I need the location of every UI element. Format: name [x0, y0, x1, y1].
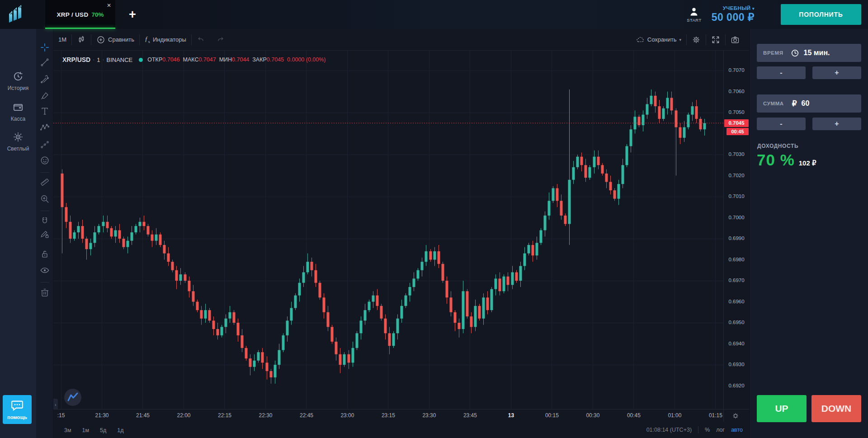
ohlc-value: 0.7045 [267, 57, 284, 63]
price-tick-label: 0.6930 [724, 362, 749, 367]
redo-button[interactable] [211, 33, 230, 46]
time-tick-label: 21:30 [92, 412, 112, 419]
interval-button[interactable]: 1М [53, 33, 71, 46]
payout-label: ДОХОДНОСТЬ [757, 143, 798, 149]
sidebar-item-label: Светлый [0, 146, 36, 152]
candlestick-chart[interactable]: XRP/USD · 1 · BINANCE ОТКР0.7046МАКС0.70… [53, 51, 723, 409]
draw-tool-trend-line[interactable] [40, 57, 50, 67]
price-tick-label: 0.7050 [724, 109, 749, 115]
range-button-1д[interactable]: 1д [117, 427, 123, 433]
legend-exchange: BINANCE [106, 57, 132, 63]
draw-tool-trash[interactable] [40, 287, 50, 297]
fullscreen-button[interactable] [706, 33, 725, 46]
amount-field[interactable]: СУММА ₽ 60 [757, 94, 861, 113]
time-minus-button[interactable]: - [757, 66, 806, 79]
redo-icon [216, 35, 225, 44]
session-clock[interactable]: 01:08:14 (UTC+3) [646, 427, 692, 433]
candles-icon [77, 35, 86, 44]
save-label: Сохранить [647, 36, 677, 43]
ohlc-value: 0.7044 [232, 57, 249, 63]
snapshot-button[interactable] [726, 33, 745, 46]
time-tick-label: 23:45 [460, 412, 480, 419]
draw-tool-text[interactable] [40, 106, 50, 116]
fullscreen-icon [711, 35, 720, 44]
compare-button[interactable]: Сравнить [91, 33, 139, 46]
draw-tool-magnet[interactable] [40, 216, 50, 226]
time-tick-label: 22:00 [174, 412, 193, 419]
amount-plus-button[interactable]: + [812, 118, 861, 130]
collapse-toolbar-handle[interactable]: ‹ [53, 399, 58, 409]
draw-tool-zoom-in[interactable] [40, 194, 50, 204]
axis-settings-button[interactable] [732, 412, 739, 419]
fx-icon: ƒx [145, 35, 150, 44]
sidebar-item-label: История [0, 85, 36, 91]
price-tick-label: 0.6950 [724, 320, 749, 325]
log-scale-button[interactable]: лог [716, 427, 725, 433]
chart-type-button[interactable] [72, 33, 91, 46]
chevron-down-icon: ▾ [752, 6, 755, 11]
top-bar: XRP / USD 70% ✕ + START УЧЕБНЫЙ ▾ 50 000… [0, 0, 868, 29]
sidebar-item-history[interactable]: История [0, 71, 36, 91]
draw-tool-forecast[interactable] [40, 140, 50, 150]
add-tab-button[interactable]: + [129, 9, 136, 21]
tab-close-icon[interactable]: ✕ [107, 3, 111, 8]
draw-tool-ruler[interactable] [40, 177, 50, 187]
price-tick-label: 0.7060 [724, 89, 749, 94]
draw-tool-unlock[interactable] [40, 249, 50, 259]
ohlc-pair: МИН0.7044 [219, 57, 250, 63]
asset-tab[interactable]: XRP / USD 70% ✕ [45, 0, 115, 29]
user-menu[interactable]: START [687, 6, 701, 23]
ohlc-label: МАКС [183, 57, 198, 63]
time-plus-button[interactable]: + [812, 66, 861, 79]
sidebar-item-cashier[interactable]: Касса [0, 101, 36, 122]
ohlc-label: ЗАКР [252, 57, 267, 63]
help-button[interactable]: помощь [3, 395, 32, 424]
legend-symbol: XRP/USD [62, 56, 90, 63]
auto-scale-button[interactable]: авто [731, 427, 743, 433]
draw-tool-emoji[interactable] [40, 155, 50, 165]
time-tick-label: 00:45 [624, 412, 644, 419]
save-layout-button[interactable]: Сохранить ▾ [631, 33, 686, 46]
time-tick-label: :15 [51, 412, 71, 419]
sidebar-item-theme[interactable]: Светлый [0, 131, 36, 152]
ohlc-label: МИН [219, 57, 232, 63]
chart-area: 1М Сравнить ƒx Индикаторы [53, 29, 749, 438]
undo-icon [197, 35, 206, 44]
deposit-button[interactable]: ПОПОЛНИТЬ [781, 4, 861, 25]
percent-scale-button[interactable]: % [705, 427, 710, 433]
indicators-button[interactable]: ƒx Индикаторы [140, 33, 191, 46]
undo-button[interactable] [192, 33, 211, 46]
draw-tool-eye[interactable] [40, 265, 50, 275]
amount-minus-button[interactable]: - [757, 118, 806, 130]
down-button[interactable]: DOWN [811, 395, 861, 422]
range-button-1м[interactable]: 1м [82, 427, 90, 433]
range-button-5д[interactable]: 5д [100, 427, 106, 433]
range-button-3м[interactable]: 3м [64, 427, 71, 433]
ohlc-value: 0.7046 [162, 57, 179, 63]
draw-tool-draw-lock[interactable] [40, 229, 50, 239]
draw-tool-brush[interactable] [40, 91, 50, 101]
chart-settings-button[interactable] [687, 33, 706, 46]
price-axis[interactable]: 0.70700.70600.70500.70400.70300.70200.70… [724, 51, 749, 409]
draw-tool-xabcd-pattern[interactable] [40, 122, 50, 132]
bottom-right-group: 01:08:14 (UTC+3) % лог авто [646, 426, 743, 433]
price-tick-label: 0.6940 [724, 341, 749, 346]
account-block[interactable]: УЧЕБНЫЙ ▾ 50 000 ₽ [712, 5, 755, 24]
ohlc-pair: ЗАКР0.7045 [252, 57, 284, 63]
account-balance: 50 000 ₽ [712, 11, 755, 23]
expiry-countdown-label: 00:45 [726, 128, 749, 135]
chart-canvas [53, 51, 723, 409]
account-type-label: УЧЕБНЫЙ [723, 5, 751, 11]
chat-icon [10, 399, 24, 412]
account-type-dropdown[interactable]: УЧЕБНЫЙ ▾ [712, 5, 755, 11]
time-axis[interactable]: :1521:3021:4522:0022:1522:3022:4523:0023… [53, 409, 749, 422]
legend-separator: · [102, 57, 104, 63]
time-tick-label: 22:30 [255, 412, 275, 419]
up-button[interactable]: UP [757, 395, 807, 422]
draw-tool-crosshair[interactable] [40, 42, 50, 52]
draw-tool-pitchfork[interactable] [40, 74, 50, 84]
price-tick-label: 0.6920 [724, 383, 749, 388]
price-tick-label: 0.6970 [724, 278, 749, 283]
payout-percent: 70 % [757, 151, 795, 169]
time-field[interactable]: ВРЕМЯ 15 мин. [757, 44, 861, 62]
